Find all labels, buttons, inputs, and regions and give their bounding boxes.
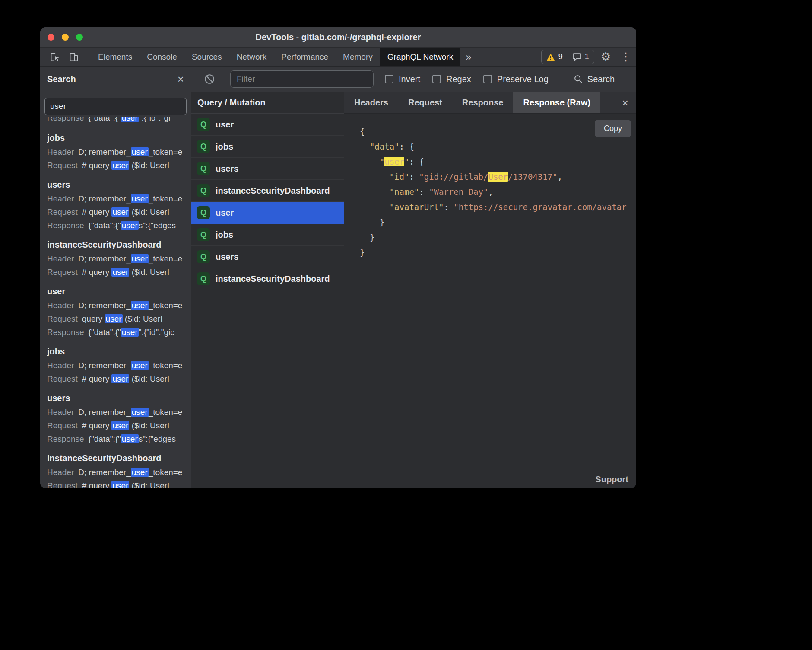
settings-gear-icon[interactable]: ⚙ — [596, 48, 615, 66]
checkbox-box — [483, 75, 492, 83]
support-link[interactable]: Support — [595, 475, 628, 484]
result-line: Request# query user ($id: UserI — [47, 419, 186, 432]
query-list-item-instancesecuritydashboard[interactable]: QinstanceSecurityDashboard — [191, 268, 344, 290]
inspect-element-icon[interactable] — [45, 48, 64, 66]
code-line: } — [360, 245, 636, 260]
device-toolbar-icon[interactable] — [64, 48, 83, 66]
search-result[interactable]: jobsHeaderD; remember_user_token=eReques… — [47, 133, 186, 172]
text-segment: ($id: UserI — [129, 374, 169, 383]
code-token: : — [409, 172, 419, 182]
warnings-badge[interactable]: 9 — [541, 50, 568, 64]
text-segment: ($id: UserI — [129, 268, 169, 277]
search-result[interactable]: jobsHeaderD; remember_user_token=eReques… — [47, 347, 186, 386]
text-segment: D; remember_ — [78, 361, 130, 370]
query-label: users — [216, 252, 238, 262]
tab-graphql-network[interactable]: GraphQL Network — [380, 48, 460, 66]
search-match: user — [111, 481, 129, 488]
search-input[interactable] — [44, 98, 187, 115]
code-token: : — [444, 202, 454, 212]
close-search-icon[interactable]: × — [178, 73, 184, 85]
network-panes: Query / Mutation QuserQjobsQusersQinstan… — [191, 92, 636, 488]
titlebar: DevTools - gitlab.com/-/graphql-explorer — [40, 27, 636, 48]
text-segment: _token=e — [149, 194, 183, 203]
query-list-item-jobs[interactable]: Qjobs — [191, 136, 344, 158]
tab-elements[interactable]: Elements — [91, 48, 140, 66]
query-list-item-jobs[interactable]: Qjobs — [191, 224, 344, 246]
result-line-text: {"data":{"users":{"edges — [89, 221, 176, 230]
search-match: user — [111, 207, 129, 217]
checkbox-box — [432, 75, 441, 83]
code-line: "id": "gid://gitlab/User/13704317", — [360, 169, 636, 185]
query-list-item-instancesecuritydashboard[interactable]: QinstanceSecurityDashboard — [191, 180, 344, 202]
text-segment: ($id: UserI — [123, 314, 163, 323]
network-toolbar: InvertRegexPreserve Log Search — [191, 67, 636, 92]
copy-button[interactable]: Copy — [595, 120, 631, 137]
response-tab-response-raw[interactable]: Response (Raw) — [513, 92, 600, 113]
tab-memory[interactable]: Memory — [336, 48, 380, 66]
code-token: : — [419, 187, 429, 197]
tab-sources[interactable]: Sources — [184, 48, 229, 66]
status-badges: 9 1 — [541, 48, 596, 66]
result-line-label: Request — [47, 374, 78, 383]
tab-performance[interactable]: Performance — [274, 48, 336, 66]
zoom-window-button[interactable] — [76, 34, 83, 41]
result-line-text: D; remember_user_token=e — [78, 147, 182, 156]
close-details-icon[interactable]: × — [614, 97, 636, 108]
checkbox-label: Preserve Log — [497, 74, 549, 84]
search-result[interactable]: usersHeaderD; remember_user_token=eReque… — [47, 393, 186, 446]
filter-input[interactable] — [230, 70, 374, 88]
query-list-item-users[interactable]: Qusers — [191, 246, 344, 268]
response-tab-headers[interactable]: Headers — [344, 92, 398, 113]
search-results-list[interactable]: Response{"data":{"user":{"id":"gijobsHea… — [40, 116, 191, 488]
kebab-menu-icon[interactable]: ⋮ — [615, 48, 636, 66]
query-list-item-users[interactable]: Qusers — [191, 158, 344, 180]
query-list-item-user[interactable]: Quser — [191, 114, 344, 136]
result-line-label: Request — [47, 481, 78, 488]
minimize-window-button[interactable] — [62, 34, 69, 41]
search-result[interactable]: usersHeaderD; remember_user_token=eReque… — [47, 180, 186, 232]
code-token: " — [404, 157, 409, 166]
text-segment: D; remember_ — [78, 301, 130, 310]
devtools-tabs: ElementsConsoleSourcesNetworkPerformance… — [91, 48, 460, 66]
tab-console[interactable]: Console — [140, 48, 184, 66]
response-tab-response[interactable]: Response — [452, 92, 514, 113]
code-token — [360, 187, 390, 197]
search-result-title: jobs — [47, 133, 186, 143]
code-line: "avatarUrl": "https://secure.gravatar.co… — [360, 200, 636, 215]
search-result[interactable]: instanceSecurityDashboardHeaderD; rememb… — [47, 453, 186, 488]
response-raw-view[interactable]: { "data": { "user": { "id": "gid://gitla… — [344, 114, 636, 488]
query-label: jobs — [216, 142, 233, 152]
result-line-text: # query user ($id: UserI — [82, 481, 170, 488]
query-list-item-user[interactable]: Quser — [191, 202, 344, 224]
toolbar-divider — [87, 52, 87, 62]
text-segment: # query — [82, 374, 112, 383]
search-result[interactable]: userHeaderD; remember_user_token=eReques… — [47, 287, 186, 339]
toolbar-search-button[interactable]: Search — [574, 74, 615, 84]
text-segment: _token=e — [149, 147, 183, 156]
result-line-text: D; remember_user_token=e — [78, 194, 182, 203]
response-tab-request[interactable]: Request — [398, 92, 452, 113]
checkbox-regex[interactable]: Regex — [432, 74, 471, 84]
result-line-text: D; remember_user_token=e — [78, 254, 182, 263]
search-match: user — [121, 117, 139, 122]
search-result[interactable]: instanceSecurityDashboardHeaderD; rememb… — [47, 240, 186, 279]
json-code: { "data": { "user": { "id": "gid://gitla… — [360, 124, 636, 260]
clear-icon[interactable] — [200, 73, 219, 85]
warning-count: 9 — [558, 52, 563, 61]
text-segment: D; remember_ — [78, 254, 130, 263]
close-window-button[interactable] — [48, 34, 54, 41]
query-list[interactable]: QuserQjobsQusersQinstanceSecurityDashboa… — [191, 114, 344, 488]
more-tabs-icon[interactable]: » — [460, 48, 476, 66]
checkbox-preserve-log[interactable]: Preserve Log — [483, 74, 549, 84]
result-line-text: {"data":{"users":{"edges — [89, 434, 176, 443]
result-line-label: Header — [47, 468, 74, 477]
text-segment: _token=e — [149, 408, 183, 417]
text-segment: D; remember_ — [78, 147, 130, 156]
search-panel-title: Search — [47, 74, 76, 84]
result-line-label: Request — [47, 268, 78, 277]
checkbox-invert[interactable]: Invert — [385, 74, 420, 84]
issues-badge[interactable]: 1 — [568, 50, 594, 64]
text-segment: ($id: UserI — [129, 161, 169, 170]
window-title: DevTools - gitlab.com/-/graphql-explorer — [255, 32, 421, 42]
tab-network[interactable]: Network — [229, 48, 274, 66]
